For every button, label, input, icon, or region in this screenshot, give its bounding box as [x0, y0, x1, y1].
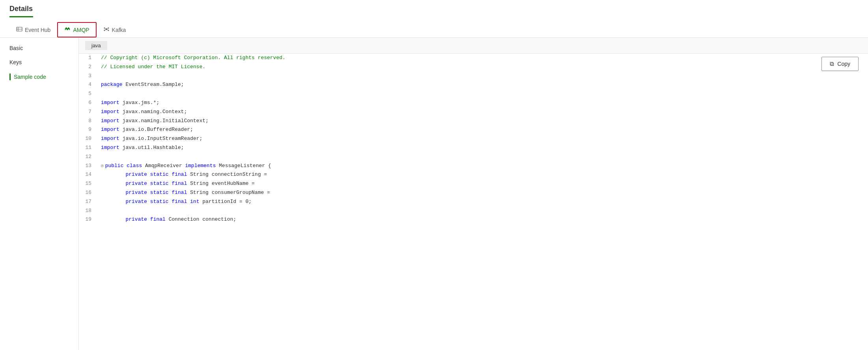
- code-line: 12: [79, 153, 868, 162]
- code-line: 17 private static final int partitionId …: [79, 197, 868, 207]
- code-keyword: implements: [185, 163, 216, 169]
- code-line: 19 private final Connection connection;: [79, 215, 868, 224]
- line-number: 16: [79, 188, 98, 197]
- code-keyword: final: [171, 190, 187, 195]
- code-line: 6import javax.jms.*;: [79, 99, 868, 108]
- code-line: 18: [79, 207, 868, 216]
- line-content: private final Connection connection;: [98, 215, 868, 224]
- page-title: Details: [9, 5, 859, 16]
- tab-icon-amqp: [64, 26, 71, 34]
- line-content: import java.io.BufferedReader;: [98, 125, 868, 134]
- line-number: 4: [79, 80, 98, 89]
- sidebar: BasicKeysSample code: [0, 38, 79, 350]
- java-tab[interactable]: java: [85, 41, 107, 50]
- sidebar-label-basic: Basic: [9, 45, 23, 51]
- line-content: // Licensed under the MIT License.: [98, 63, 868, 72]
- code-line: 11import java.util.Hashtable;: [79, 143, 868, 153]
- line-number: 5: [79, 89, 98, 99]
- code-line: 7import javax.naming.Context;: [79, 108, 868, 117]
- sidebar-item-sample-code[interactable]: Sample code: [0, 69, 78, 84]
- line-content: package EventStream.Sample;: [98, 80, 868, 89]
- code-line: 9import java.io.BufferedReader;: [79, 125, 868, 134]
- line-content: [98, 72, 868, 81]
- code-keyword: import: [101, 145, 119, 151]
- code-keyword: static: [150, 199, 169, 205]
- line-number: 2: [79, 63, 98, 72]
- line-content: import javax.naming.InitialContext;: [98, 117, 868, 126]
- tab-amqp[interactable]: AMQP: [57, 22, 96, 37]
- code-keyword: private: [125, 181, 147, 186]
- line-number: 19: [79, 215, 98, 224]
- line-content: [98, 89, 868, 99]
- code-line: 4package EventStream.Sample;: [79, 80, 868, 89]
- code-line: 10import java.io.InputStreamReader;: [79, 134, 868, 143]
- sidebar-item-basic[interactable]: Basic: [0, 41, 78, 55]
- code-keyword: static: [150, 171, 169, 177]
- code-keyword: import: [101, 127, 119, 132]
- line-content: // Copyright (c) Microsoft Corporation. …: [98, 54, 868, 63]
- line-number: 6: [79, 99, 98, 108]
- line-number: 9: [79, 125, 98, 134]
- line-content: private static final String consumerGrou…: [98, 188, 868, 197]
- line-content: private static final int partitionId = 0…: [98, 197, 868, 207]
- collapse-icon[interactable]: ⊟: [101, 164, 104, 168]
- code-keyword: class: [127, 163, 142, 169]
- code-keyword: import: [101, 136, 119, 141]
- line-number: 13: [79, 162, 98, 171]
- line-number: 12: [79, 153, 98, 162]
- code-comment: // Copyright (c) Microsoft Corporation. …: [101, 55, 285, 61]
- active-indicator: [9, 73, 11, 80]
- line-number: 11: [79, 143, 98, 153]
- code-table: 1// Copyright (c) Microsoft Corporation.…: [79, 54, 868, 224]
- code-keyword: private: [125, 216, 147, 222]
- tab-label-amqp: AMQP: [73, 27, 89, 33]
- code-keyword: private: [125, 171, 147, 177]
- tab-icon-event-hub: [16, 26, 22, 34]
- code-line: 1// Copyright (c) Microsoft Corporation.…: [79, 54, 868, 63]
- code-keyword: final: [171, 171, 187, 177]
- code-keyword: int: [190, 199, 199, 205]
- code-keyword: final: [171, 181, 187, 186]
- line-number: 7: [79, 108, 98, 117]
- code-line: 16 private static final String consumerG…: [79, 188, 868, 197]
- code-line: 2// Licensed under the MIT License.: [79, 63, 868, 72]
- code-line: 5: [79, 89, 868, 99]
- copy-button[interactable]: ⧉ Copy: [821, 57, 859, 71]
- line-content: [98, 207, 868, 216]
- tab-event-hub[interactable]: Event Hub: [9, 22, 57, 37]
- copy-label: Copy: [837, 61, 850, 67]
- code-line: 8import javax.naming.InitialContext;: [79, 117, 868, 126]
- tab-icon-kafka: [103, 26, 110, 34]
- code-keyword: static: [150, 181, 169, 186]
- tab-bar: Event HubAMQPKafka: [9, 17, 859, 37]
- code-keyword: package: [101, 82, 123, 88]
- main-layout: BasicKeysSample code java ⧉ Copy: [0, 38, 868, 350]
- code-keyword: private: [125, 199, 147, 205]
- line-number: 1: [79, 54, 98, 63]
- tab-kafka[interactable]: Kafka: [97, 22, 133, 37]
- code-line: 15 private static final String eventHubN…: [79, 179, 868, 188]
- code-comment: // Licensed under the MIT License.: [101, 64, 205, 70]
- line-content: import javax.jms.*;: [98, 99, 868, 108]
- code-keyword: import: [101, 118, 119, 124]
- page-container: Details Event HubAMQPKafka BasicKeysSamp…: [0, 0, 868, 350]
- code-line: 14 private static final String connectio…: [79, 170, 868, 179]
- sidebar-label-keys: Keys: [9, 59, 22, 65]
- line-content: private static final String connectionSt…: [98, 170, 868, 179]
- lang-tab-bar: java: [79, 38, 868, 54]
- content-area: java ⧉ Copy 1// Copyright (c) Microsoft …: [79, 38, 868, 350]
- code-keyword: public: [105, 163, 124, 169]
- tab-label-kafka: Kafka: [112, 27, 126, 33]
- line-content: [98, 153, 868, 162]
- sidebar-item-keys[interactable]: Keys: [0, 55, 78, 69]
- code-viewer[interactable]: ⧉ Copy 1// Copyright (c) Microsoft Corpo…: [79, 54, 868, 350]
- line-content: import javax.naming.Context;: [98, 108, 868, 117]
- code-keyword: import: [101, 109, 119, 115]
- line-content: ⊟public class AmqpReceiver implements Me…: [98, 162, 868, 171]
- sidebar-label-sample-code: Sample code: [14, 74, 46, 80]
- tab-label-event-hub: Event Hub: [25, 27, 50, 33]
- line-number: 15: [79, 179, 98, 188]
- line-number: 3: [79, 72, 98, 81]
- code-keyword: final: [171, 199, 187, 205]
- line-number: 14: [79, 170, 98, 179]
